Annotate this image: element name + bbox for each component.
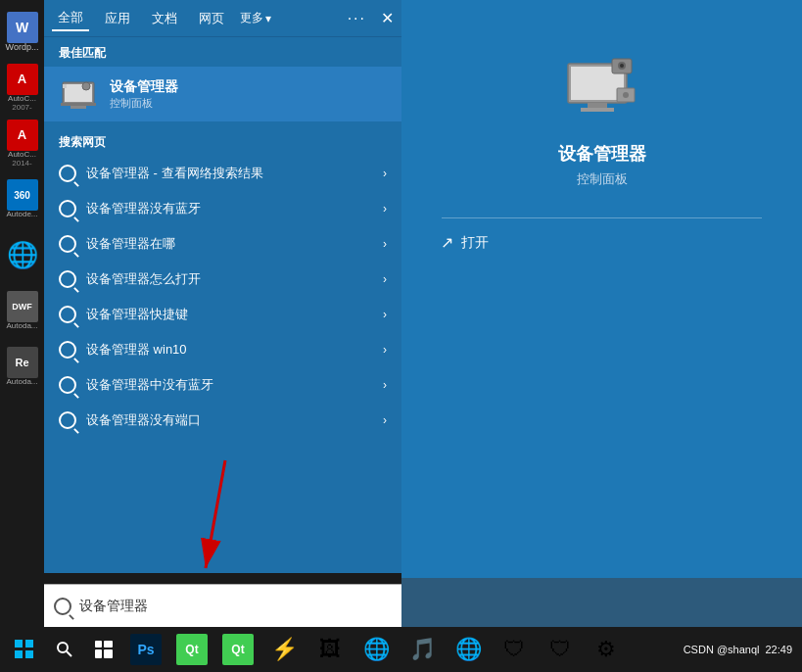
search-icon-7 <box>59 411 76 429</box>
svg-rect-22 <box>104 649 113 658</box>
svg-point-4 <box>82 82 90 90</box>
svg-rect-2 <box>61 103 96 106</box>
svg-rect-11 <box>588 103 607 108</box>
nav-more-options[interactable]: ··· <box>348 10 366 27</box>
open-icon: ↗ <box>441 233 453 252</box>
taskbar-shield1[interactable]: 🛡 <box>493 630 536 669</box>
svg-point-10 <box>620 64 624 68</box>
arrow-right-0: › <box>383 167 387 180</box>
web-search-item-4[interactable]: 设备管理器快捷键 › <box>44 297 401 332</box>
web-search-item-6[interactable]: 设备管理器中没有蓝牙 › <box>44 367 401 403</box>
start-button[interactable] <box>5 630 44 669</box>
taskbar-settings[interactable]: ⚙ <box>585 630 628 669</box>
taskbar-music[interactable]: 🎵 <box>401 630 444 669</box>
svg-rect-21 <box>95 649 102 658</box>
taskbar-qt2[interactable]: Qt <box>216 630 259 669</box>
search-panel: 全部 应用 文档 网页 更多 ▾ ··· ✕ 最佳匹配 <box>44 0 401 627</box>
svg-point-17 <box>58 643 68 652</box>
taskbar-photos[interactable]: 🖼 <box>308 630 352 669</box>
search-icon-5 <box>59 341 76 359</box>
arrow-right-5: › <box>383 343 387 357</box>
tab-more[interactable]: 更多 ▾ <box>240 10 271 26</box>
best-match-subtitle: 控制面板 <box>110 96 178 111</box>
tab-all[interactable]: 全部 <box>52 6 89 31</box>
taskbar-apps: Ps Qt Qt ⚡ 🖼 🌐 🎵 <box>124 630 682 669</box>
task-view-button[interactable] <box>85 631 122 668</box>
tab-docs[interactable]: 文档 <box>146 7 183 30</box>
best-match-title: 设备管理器 <box>110 78 178 96</box>
sidebar-icon-autocad1[interactable]: A AutoC... 2007- <box>3 61 42 115</box>
svg-point-14 <box>623 92 629 98</box>
taskbar-app5[interactable]: ⚡ <box>262 630 306 669</box>
preview-open-button[interactable]: ↗ 打开 <box>441 233 489 252</box>
arrow-right-4: › <box>383 308 387 321</box>
web-search-label: 搜索网页 <box>44 126 401 156</box>
web-search-item-0[interactable]: 设备管理器 - 查看网络搜索结果 › <box>44 156 401 191</box>
web-search-item-1[interactable]: 设备管理器没有蓝牙 › <box>44 191 401 226</box>
preview-device-manager-icon <box>563 49 641 127</box>
search-input[interactable] <box>79 599 392 614</box>
taskbar-csdn-label: CSDN @shanql <box>684 644 760 655</box>
svg-rect-12 <box>581 108 614 112</box>
tab-apps[interactable]: 应用 <box>99 7 136 30</box>
svg-line-18 <box>67 651 71 656</box>
web-search-item-7[interactable]: 设备管理器没有端口 › <box>44 403 401 438</box>
sidebar-icon-wordpad[interactable]: W Wordp... <box>3 5 42 59</box>
search-bar <box>44 584 401 627</box>
arrow-right-7: › <box>383 413 387 427</box>
preview-subtitle: 控制面板 <box>577 170 628 188</box>
svg-rect-20 <box>104 641 113 648</box>
sidebar-icon-recap[interactable]: Re Autoda... <box>3 340 42 394</box>
svg-rect-5 <box>63 84 67 88</box>
search-icon-6 <box>59 376 76 394</box>
taskbar-search-button[interactable] <box>46 631 83 668</box>
svg-rect-3 <box>71 106 86 109</box>
taskbar-tray: CSDN @shanql 22:49 <box>684 644 797 655</box>
nav-tabs: 全部 应用 文档 网页 更多 ▾ ··· ✕ <box>44 0 401 37</box>
preview-divider <box>442 217 762 218</box>
taskbar-shield2[interactable]: 🛡 <box>539 630 582 669</box>
taskbar-qt1[interactable]: Qt <box>170 630 213 669</box>
sidebar-icon-globe[interactable]: 🌐 <box>3 228 42 282</box>
arrow-right-6: › <box>383 378 387 392</box>
best-match-label: 最佳匹配 <box>44 37 401 67</box>
search-icon-1 <box>59 200 76 217</box>
preview-panel: 设备管理器 控制面板 ↗ 打开 <box>401 0 802 578</box>
taskbar: Ps Qt Qt ⚡ 🖼 🌐 🎵 <box>0 627 802 672</box>
arrow-right-3: › <box>383 272 387 286</box>
sidebar-icon-autocad2[interactable]: A AutoC... 2014- <box>3 117 42 170</box>
sidebar-icon-autodesk360[interactable]: 360 Autode... <box>3 172 42 226</box>
search-bar-icon <box>54 598 71 615</box>
device-manager-icon <box>59 74 98 114</box>
taskbar-photoshop[interactable]: Ps <box>124 630 167 669</box>
search-icon-4 <box>59 306 76 323</box>
web-search-item-2[interactable]: 设备管理器在哪 › <box>44 226 401 262</box>
preview-title: 设备管理器 <box>558 142 646 166</box>
sidebar: W Wordp... A AutoC... 2007- A AutoC... 2… <box>0 0 44 627</box>
arrow-right-2: › <box>383 237 387 251</box>
windows-logo <box>15 640 34 659</box>
sidebar-icon-dwf[interactable]: DWF Autoda... <box>3 284 42 338</box>
arrow-right-1: › <box>383 202 387 216</box>
desktop: W Wordp... A AutoC... 2007- A AutoC... 2… <box>0 0 802 672</box>
tab-web[interactable]: 网页 <box>193 7 230 30</box>
search-icon-2 <box>59 235 76 253</box>
search-icon-3 <box>59 270 76 288</box>
web-search-item-5[interactable]: 设备管理器 win10 › <box>44 332 401 367</box>
search-icon-0 <box>59 165 76 182</box>
svg-rect-19 <box>95 641 102 648</box>
taskbar-network[interactable]: 🌐 <box>447 630 490 669</box>
web-search-item-3[interactable]: 设备管理器怎么打开 › <box>44 262 401 297</box>
web-search-section: 搜索网页 设备管理器 - 查看网络搜索结果 › 设备管理器没有蓝牙 › 设备管理… <box>44 121 401 438</box>
close-button[interactable]: ✕ <box>381 9 394 27</box>
taskbar-time: 22:49 <box>765 644 792 655</box>
taskbar-chrome[interactable]: 🌐 <box>354 630 398 669</box>
best-match-item[interactable]: 设备管理器 控制面板 <box>44 67 401 121</box>
